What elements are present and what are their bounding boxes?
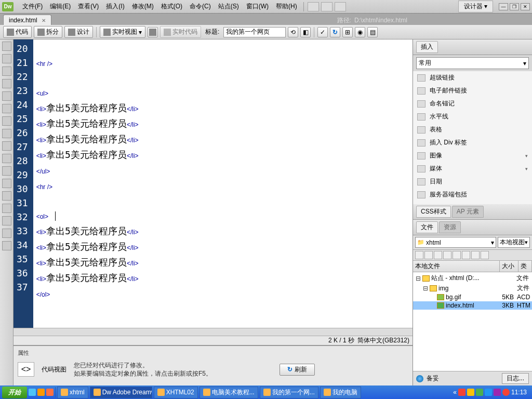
tool-expand[interactable]	[2, 66, 11, 76]
tool-7[interactable]: ▤	[367, 27, 378, 37]
tool-balance[interactable]	[2, 91, 11, 101]
tool-indent[interactable]	[2, 141, 11, 151]
code-view-button[interactable]: 代码	[3, 26, 32, 38]
insert-水平线[interactable]: 水平线	[413, 110, 532, 123]
menu-编辑[interactable]: 编辑(E)	[46, 1, 74, 12]
design-view-button[interactable]: 设计	[64, 26, 93, 38]
line-gutter: 202122232425262728293031323334353637	[14, 39, 33, 328]
tree-root[interactable]: ⊟站点 - xhtml (D:...文件	[413, 273, 532, 283]
insert-插入 Div 标签[interactable]: 插入 Div 标签	[413, 136, 532, 149]
insert-超级链接[interactable]: 超级链接	[413, 71, 532, 84]
refresh-files-icon[interactable]	[424, 251, 433, 259]
title-input[interactable]	[223, 27, 286, 37]
insert-服务器端包括[interactable]: 服务器端包括	[413, 188, 532, 201]
tool-line-numbers[interactable]	[2, 104, 11, 113]
insert-电子邮件链接[interactable]: 电子邮件链接	[413, 84, 532, 97]
tab-index-html[interactable]: index.html✕	[3, 15, 51, 25]
insert-命名锚记[interactable]: 命名锚记	[413, 97, 532, 110]
tool-snippet[interactable]	[2, 204, 11, 213]
tree-item-index.html[interactable]: index.html3KBHTM	[413, 301, 532, 310]
view-select[interactable]: 本地视图 ▾	[498, 237, 530, 248]
refresh-button[interactable]: ↻ 刷新	[280, 364, 315, 376]
checkout-icon[interactable]	[453, 251, 461, 259]
tab-ap-elements[interactable]: AP 元素	[452, 206, 484, 218]
log-button[interactable]: 日志...	[502, 373, 529, 384]
quicklaunch-ff[interactable]	[46, 389, 54, 396]
insert-媒体[interactable]: 媒体▾	[413, 162, 532, 175]
taskbar-item[interactable]: 我的电脑	[320, 387, 361, 398]
minimize-button[interactable]: —	[499, 3, 508, 10]
menu-查看[interactable]: 查看(V)	[74, 1, 102, 12]
get-icon[interactable]	[434, 251, 442, 259]
menu-格式[interactable]: 格式(O)	[157, 1, 186, 12]
layout-icon[interactable]	[308, 2, 319, 11]
file-tree[interactable]: ⊟站点 - xhtml (D:...文件⊟img文件bg.gif5KBACDin…	[413, 272, 532, 371]
insert-日期[interactable]: 日期	[413, 175, 532, 188]
refresh-tool[interactable]: ↻	[330, 27, 340, 37]
tool-select-parent[interactable]	[2, 79, 11, 88]
sync-icon[interactable]	[471, 251, 480, 259]
start-button[interactable]: 开始	[2, 387, 27, 398]
files-panel-header[interactable]: 文件 资源	[413, 220, 532, 235]
tool-open[interactable]	[2, 42, 11, 51]
expand-icon[interactable]	[481, 251, 489, 259]
code-editor[interactable]: 202122232425262728293031323334353637 <hr…	[14, 39, 413, 328]
tab-css-styles[interactable]: CSS样式	[416, 206, 451, 218]
tool-1[interactable]: ⟲	[288, 27, 298, 37]
quicklaunch-mail[interactable]	[37, 389, 45, 396]
tree-item-img[interactable]: ⊟img文件	[413, 283, 532, 293]
insert-panel-header[interactable]: 插入	[413, 39, 532, 55]
tool-format[interactable]	[2, 229, 11, 238]
menu-窗口[interactable]: 窗口(W)	[243, 1, 272, 12]
connect-icon[interactable]	[415, 251, 423, 259]
code-content[interactable]: <hr /> <ul> <li>拿出5美元给程序员</li> <li>拿出5美元…	[33, 39, 413, 328]
tool-outdent[interactable]	[2, 154, 11, 163]
insert-category[interactable]: 常用▾	[416, 57, 529, 69]
panel-icon[interactable]	[335, 2, 346, 11]
menu-修改[interactable]: 修改(M)	[128, 1, 157, 12]
layout-preset[interactable]: 设计器 ▾	[458, 1, 493, 12]
tool-collapse[interactable]	[2, 54, 11, 63]
tool-options[interactable]	[2, 241, 11, 250]
tool-highlight[interactable]	[2, 116, 11, 126]
css-panel-header[interactable]: CSS样式 AP 元素	[413, 204, 532, 220]
tool-syntax[interactable]	[2, 129, 11, 138]
menu-文件[interactable]: 文件(F)	[19, 1, 46, 12]
menu-插入[interactable]: 插入(I)	[102, 1, 128, 12]
tree-item-bg.gif[interactable]: bg.gif5KBACD	[413, 293, 532, 301]
taskbar-item[interactable]: 我的第一个网...	[260, 387, 318, 398]
horizontal-scrollbar[interactable]	[14, 328, 413, 336]
restore-button[interactable]: ❐	[510, 3, 519, 10]
insert-表格[interactable]: 表格	[413, 123, 532, 136]
menu-帮助[interactable]: 帮助(H)	[272, 1, 301, 12]
taskbar-item[interactable]: 电脑美术教程...	[200, 387, 258, 398]
site-select[interactable]: 📁 xhtml▾	[415, 237, 496, 248]
menu-命令[interactable]: 命令(C)	[186, 1, 215, 12]
taskbar-item[interactable]: Dw Adobe Dreamw...	[90, 387, 152, 398]
tool-wrap[interactable]	[2, 179, 11, 188]
tool-3[interactable]: ✓	[317, 27, 328, 37]
checkin-icon[interactable]	[462, 251, 470, 259]
taskbar-item[interactable]: xhtml	[57, 387, 88, 398]
tool-6[interactable]: ◉	[355, 27, 365, 37]
live-view-button[interactable]: 实时视图 ▾	[100, 26, 145, 38]
quicklaunch-ie[interactable]	[29, 389, 36, 396]
put-icon[interactable]	[443, 251, 451, 259]
tool-recent[interactable]	[2, 191, 11, 201]
style-icon[interactable]	[321, 2, 332, 11]
tool-2[interactable]: ◧	[300, 27, 311, 37]
tool-comment[interactable]	[2, 166, 11, 176]
inspect-button[interactable]	[148, 27, 158, 37]
close-button[interactable]: ✕	[521, 3, 530, 10]
tab-insert[interactable]: 插入	[416, 41, 438, 53]
close-icon[interactable]: ✕	[42, 18, 46, 23]
taskbar-item[interactable]: XHTML02	[154, 387, 198, 398]
system-tray[interactable]: « 11:13	[450, 389, 530, 396]
tab-files[interactable]: 文件	[416, 221, 438, 233]
split-view-button[interactable]: 拆分	[34, 26, 62, 38]
tool-move-up[interactable]	[2, 216, 11, 225]
insert-图像[interactable]: 图像▾	[413, 149, 532, 162]
tool-5[interactable]: ⊞	[342, 27, 353, 37]
menu-站点[interactable]: 站点(S)	[215, 1, 243, 12]
tab-assets[interactable]: 资源	[439, 221, 461, 233]
